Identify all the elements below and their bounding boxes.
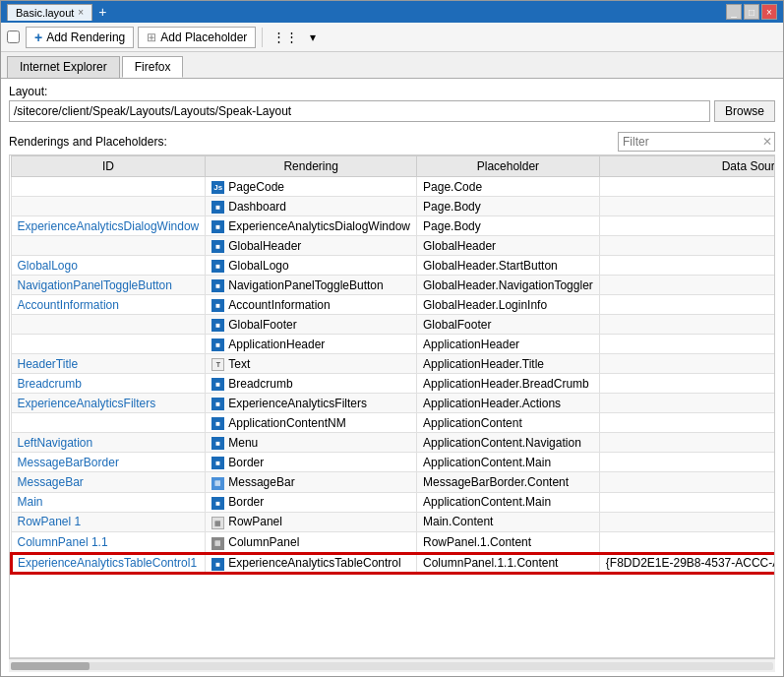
cell-datasource	[599, 492, 775, 512]
dropdown-button[interactable]: ▾	[306, 27, 320, 48]
title-tab-close[interactable]: ×	[78, 7, 84, 18]
cell-datasource	[599, 335, 775, 354]
cell-id	[11, 197, 206, 216]
cell-rendering: ■Border	[206, 453, 417, 472]
cell-datasource	[599, 276, 775, 295]
cell-id	[11, 177, 206, 197]
filter-clear-icon[interactable]: ✕	[762, 135, 772, 149]
rendering-icon: T	[211, 356, 224, 371]
cell-id: MessageBarBorder	[11, 453, 206, 472]
rendering-icon: ■	[211, 415, 224, 430]
grid-options-button[interactable]: ⋮⋮	[269, 27, 302, 48]
table-header-row: ID Rendering Placeholder Data Source	[11, 156, 775, 177]
cell-id: MessageBar	[11, 472, 206, 493]
cell-id: ExperienceAnalyticsDialogWindow	[11, 216, 206, 236]
renderings-section: Renderings and Placeholders: ✕ ID Render…	[1, 128, 783, 676]
title-tab[interactable]: Basic.layout ×	[7, 4, 92, 21]
cell-placeholder: GlobalHeader.LoginInfo	[417, 295, 600, 315]
add-rendering-label: Add Rendering	[46, 31, 125, 44]
cell-placeholder: ColumnPanel.1.1.Content	[417, 553, 600, 574]
rendering-label: MessageBar	[228, 475, 294, 489]
table-row[interactable]: ■GlobalHeaderGlobalHeader	[11, 236, 775, 256]
add-placeholder-button[interactable]: ⊞ Add Placeholder	[138, 27, 256, 48]
rendering-icon: ■	[211, 317, 224, 332]
cell-rendering: ■GlobalFooter	[206, 315, 417, 335]
layout-section: Layout: Browse	[1, 79, 783, 128]
cell-placeholder: Page.Code	[417, 177, 600, 197]
cell-placeholder: ApplicationHeader.Actions	[417, 394, 600, 413]
browse-button[interactable]: Browse	[714, 100, 775, 122]
table-wrap[interactable]: ID Rendering Placeholder Data Source JsP…	[9, 154, 775, 658]
add-rendering-icon: +	[34, 30, 42, 45]
title-bar-left: Basic.layout × +	[7, 4, 106, 21]
renderings-label: Renderings and Placeholders:	[9, 135, 167, 149]
cell-datasource	[599, 197, 775, 216]
cell-rendering: ▦MessageBar	[206, 472, 417, 493]
table-row[interactable]: ■DashboardPage.Body	[11, 197, 775, 216]
table-row[interactable]: AccountInformation■AccountInformationGlo…	[11, 295, 775, 315]
cell-id: RowPanel 1	[11, 512, 206, 532]
cell-id: Main	[11, 492, 206, 512]
close-button[interactable]: ×	[761, 4, 777, 20]
cell-placeholder: GlobalHeader	[417, 236, 600, 256]
add-placeholder-icon: ⊞	[147, 31, 156, 44]
scrollbar-thumb[interactable]	[11, 662, 90, 670]
table-row[interactable]: GlobalLogo■GlobalLogoGlobalHeader.StartB…	[11, 256, 775, 276]
table-row[interactable]: NavigationPanelToggleButton■NavigationPa…	[11, 276, 775, 295]
maximize-button[interactable]: □	[744, 4, 759, 20]
cell-placeholder: ApplicationHeader.Title	[417, 354, 600, 374]
new-tab-button[interactable]: +	[98, 4, 106, 20]
rendering-icon: ■	[211, 376, 224, 391]
rendering-label: RowPanel	[228, 515, 282, 528]
browser-tabs: Internet Explorer Firefox	[1, 52, 783, 79]
table-row[interactable]: ■GlobalFooterGlobalFooter	[11, 315, 775, 335]
tab-internet-explorer[interactable]: Internet Explorer	[7, 56, 120, 78]
rendering-icon: ■	[211, 396, 224, 410]
select-all-checkbox[interactable]	[7, 31, 20, 43]
table-row[interactable]: ExperienceAnalyticsTableControl1■Experie…	[11, 553, 775, 574]
cell-datasource	[599, 433, 775, 453]
table-row[interactable]: LeftNavigation■MenuApplicationContent.Na…	[11, 433, 775, 453]
table-row[interactable]: Breadcrumb■BreadcrumbApplicationHeader.B…	[11, 374, 775, 394]
horizontal-scrollbar[interactable]	[9, 658, 775, 672]
table-row[interactable]: ■ApplicationContentNMApplicationContent	[11, 413, 775, 433]
rendering-icon: ■	[211, 297, 224, 312]
cell-rendering: ■Breadcrumb	[206, 374, 417, 394]
table-row[interactable]: ColumnPanel 1.1▦ColumnPanelRowPanel.1.Co…	[11, 532, 775, 553]
layout-path-input[interactable]	[9, 100, 710, 122]
cell-placeholder: GlobalHeader.StartButton	[417, 256, 600, 276]
table-row[interactable]: RowPanel 1▦RowPanelMain.Content	[11, 512, 775, 532]
minimize-button[interactable]: _	[726, 4, 742, 20]
table-row[interactable]: JsPageCodePage.Code	[11, 177, 775, 197]
table-row[interactable]: Main■BorderApplicationContent.Main	[11, 492, 775, 512]
cell-id: LeftNavigation	[11, 433, 206, 453]
cell-placeholder: Main.Content	[417, 512, 600, 532]
table-row[interactable]: ExperienceAnalyticsDialogWindow■Experien…	[11, 216, 775, 236]
table-row[interactable]: MessageBarBorder■BorderApplicationConten…	[11, 453, 775, 472]
table-row[interactable]: MessageBar▦MessageBarMessageBarBorder.Co…	[11, 472, 775, 493]
col-header-rendering: Rendering	[206, 156, 417, 177]
rendering-label: ApplicationContentNM	[228, 416, 345, 430]
toolbar: + Add Rendering ⊞ Add Placeholder ⋮⋮ ▾	[1, 23, 783, 52]
cell-datasource	[599, 295, 775, 315]
tab-firefox[interactable]: Firefox	[122, 56, 184, 78]
rendering-label: AccountInformation	[228, 298, 330, 312]
table-row[interactable]: ExperienceAnalyticsFilters■ExperienceAna…	[11, 394, 775, 413]
rendering-icon: ■	[211, 337, 224, 351]
title-bar-controls: _ □ ×	[726, 4, 777, 20]
table-row[interactable]: HeaderTitleTTextApplicationHeader.Title	[11, 354, 775, 374]
cell-datasource	[599, 512, 775, 532]
add-rendering-button[interactable]: + Add Rendering	[26, 27, 134, 48]
title-tab-label: Basic.layout	[16, 7, 74, 19]
cell-rendering: ▦RowPanel	[206, 512, 417, 532]
filter-input[interactable]	[618, 132, 775, 152]
renderings-header-row: Renderings and Placeholders: ✕	[9, 132, 775, 152]
rendering-icon: ■	[211, 258, 224, 273]
cell-placeholder: RowPanel.1.Content	[417, 532, 600, 553]
cell-rendering: ■GlobalHeader	[206, 236, 417, 256]
rendering-label: ExperienceAnalyticsDialogWindow	[228, 219, 410, 233]
cell-id: ColumnPanel 1.1	[11, 532, 206, 553]
scrollbar-track	[11, 662, 773, 670]
table-row[interactable]: ■ApplicationHeaderApplicationHeader	[11, 335, 775, 354]
cell-rendering: ■GlobalLogo	[206, 256, 417, 276]
